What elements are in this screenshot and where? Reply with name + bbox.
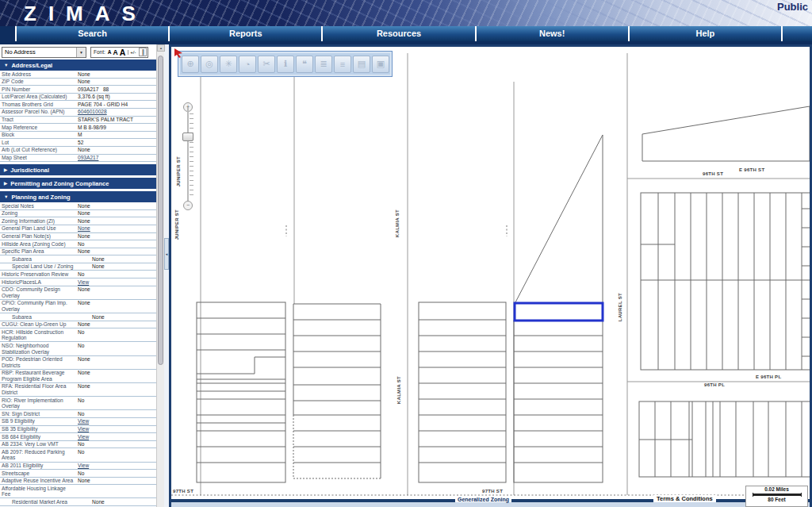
street-label: KALMIA ST: [396, 376, 401, 404]
font-medium-button[interactable]: A: [113, 48, 118, 56]
street-label: 97TH ST: [173, 489, 193, 494]
field-label: Affordable Housing Linkage Fee: [2, 486, 78, 497]
info-button[interactable]: ℹ: [277, 56, 294, 73]
nav-tab-news[interactable]: News!: [477, 26, 628, 41]
field-row: Site AddressNone: [0, 71, 156, 79]
field-label: Tract: [2, 117, 78, 123]
field-value-link[interactable]: View: [78, 418, 156, 424]
map-viewport[interactable]: ⊕◎✳◔✂ℹ❝≣≡▤▣ + −: [169, 44, 812, 507]
section-title: Planning and Zoning: [11, 194, 70, 201]
field-row: CPIO: Community Plan Imp. OverlayNone: [0, 300, 156, 313]
zoom-selection-button[interactable]: ◎: [201, 56, 218, 73]
field-value-link[interactable]: View: [78, 279, 156, 286]
print-button[interactable]: ▤: [353, 56, 370, 73]
field-value-link[interactable]: View: [78, 463, 156, 469]
photo-icon: ▣: [377, 59, 385, 69]
field-label: Assessor Parcel No. (APN): [2, 109, 78, 115]
field-label: Streetscape: [2, 471, 78, 477]
collapse-icon: ▼: [4, 63, 8, 67]
legend-button[interactable]: ≣: [315, 56, 332, 73]
print-icon: ▤: [358, 59, 366, 69]
list-button[interactable]: ≡: [334, 56, 351, 73]
field-row: ZoningNone: [0, 210, 156, 218]
scroll-up-icon[interactable]: ▲: [157, 44, 165, 52]
field-row: AB 2097: Reduced Parking AreasNo: [0, 448, 156, 462]
nav-tab-help[interactable]: Help: [630, 26, 781, 41]
field-value: No: [78, 471, 156, 477]
map-pointer-icon: [174, 48, 184, 58]
scale-miles-label: 0.02 Miles: [746, 486, 807, 492]
zoom-slider-ticks: [190, 113, 193, 199]
nav-tab-reports[interactable]: Reports: [170, 26, 321, 41]
field-row: Residential Market AreaNone: [0, 498, 156, 506]
clip-tools-button[interactable]: ✂: [258, 56, 275, 73]
zoom-out-button[interactable]: −: [183, 201, 193, 210]
field-row: SubareaNone: [0, 255, 156, 263]
zoom-slider-handle[interactable]: [182, 133, 193, 141]
font-toggle-button[interactable]: +/-: [128, 50, 137, 55]
select-parcel-button[interactable]: ✳: [220, 56, 237, 73]
selected-parcel-highlight[interactable]: [515, 303, 603, 321]
field-row: Hillside Area (Zoning Code)No: [0, 240, 156, 248]
field-value: PAGE 704 - GRID H4: [78, 102, 156, 108]
field-label: Adaptive Reuse Incentive Area: [2, 478, 78, 484]
font-small-button[interactable]: A: [108, 49, 112, 55]
field-row: Map Sheet093A217: [0, 155, 156, 163]
field-value: No: [78, 343, 156, 349]
field-value-link[interactable]: View: [78, 426, 156, 432]
globe-button[interactable]: ⊕: [182, 56, 199, 73]
field-value-link[interactable]: 6046010028: [78, 109, 156, 115]
field-label: SB 35 Eligibility: [2, 426, 78, 432]
field-value-link[interactable]: View: [78, 434, 156, 440]
nav-left-spacer: [0, 26, 15, 41]
section-title: Address/Legal: [11, 62, 52, 69]
section-header-jurisdictional[interactable]: ▶Jurisdictional: [0, 164, 156, 175]
field-row: StreetscapeNo: [0, 470, 156, 478]
field-label: Subarea: [2, 314, 78, 321]
section-title: Permitting and Zoning Compliance: [10, 180, 109, 187]
field-value: None: [78, 383, 156, 390]
font-large-button[interactable]: A: [120, 48, 126, 57]
field-value: No: [78, 271, 156, 278]
street-label: E 96TH ST: [739, 167, 764, 172]
field-label: Subarea: [2, 256, 78, 263]
dropdown-arrow-icon[interactable]: ▼: [76, 48, 86, 57]
measure-button[interactable]: ◔: [239, 56, 256, 73]
field-row: Arb (Lot Cut Reference)None: [0, 147, 156, 155]
section-header-permitting-and-zoning-compliance[interactable]: ▶Permitting and Zoning Compliance: [0, 178, 156, 189]
field-label: Hillside Area (Zoning Code): [2, 241, 78, 248]
address-dropdown[interactable]: No Address ▼: [2, 47, 86, 58]
info-sidebar: No Address ▼ Font: A A A +/- ∥ ▼Address/…: [0, 44, 156, 507]
nav-tab-resources[interactable]: Resources: [323, 26, 474, 41]
field-value-link[interactable]: None: [78, 225, 156, 232]
field-label: ZIP Code: [2, 79, 78, 85]
highlight-text-icon[interactable]: ∥: [139, 48, 147, 56]
comment-button[interactable]: ❝: [296, 56, 313, 73]
field-label: Map Reference: [2, 125, 78, 131]
list-icon: ≡: [340, 60, 345, 69]
section-title: Jurisdictional: [10, 167, 49, 174]
photo-button[interactable]: ▣: [372, 56, 389, 73]
collapse-icon: ▼: [4, 194, 8, 199]
clip-tools-icon: ✂: [262, 59, 270, 69]
terms-conditions-link[interactable]: Terms & Conditions: [653, 495, 716, 502]
field-value: None: [78, 300, 156, 306]
street-label: E 96TH PL: [756, 374, 781, 379]
section-header-planning-and-zoning[interactable]: ▼Planning and Zoning: [0, 191, 156, 202]
section-header-address-legal[interactable]: ▼Address/Legal: [0, 60, 156, 71]
nav-tab-search[interactable]: Search: [17, 26, 168, 41]
sidebar-scrollbar[interactable]: ▲: [156, 44, 164, 507]
street-label: JUNIPER ST: [174, 209, 179, 240]
field-label: NSO: Neighborhood Stabilization Overlay: [2, 343, 78, 355]
scrollbar-thumb[interactable]: [158, 56, 163, 365]
field-value-link[interactable]: 093A217: [78, 155, 156, 161]
parcel-map[interactable]: [171, 47, 810, 497]
field-row: SN: Sign DistrictNo: [0, 410, 156, 418]
field-row: Lot/Parcel Area (Calculated)3,376.6 (sq …: [0, 94, 156, 102]
field-value: 3,376.6 (sq ft): [78, 94, 156, 100]
zoom-slider[interactable]: + −: [182, 102, 194, 210]
field-row: CUGU: Clean Up-Green UpNone: [0, 321, 156, 329]
street-label: 96TH PL: [704, 382, 725, 387]
field-row: Zoning Information (ZI)None: [0, 217, 156, 225]
app-header: ZIMAS Public: [0, 0, 812, 26]
